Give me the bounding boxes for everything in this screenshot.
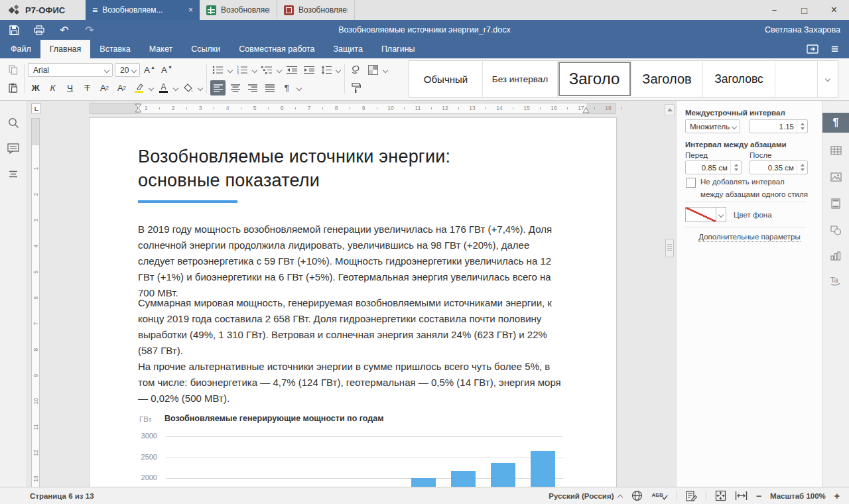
document-language-icon[interactable] bbox=[631, 490, 643, 501]
tab-references[interactable]: Ссылки bbox=[182, 40, 229, 58]
strikeout-button[interactable]: Ŧ bbox=[80, 80, 95, 95]
close-button[interactable]: × bbox=[819, 0, 849, 20]
chevron-down-icon[interactable] bbox=[296, 86, 302, 91]
increase-font-button[interactable]: A▲ bbox=[142, 62, 157, 78]
bold-button[interactable]: Ж bbox=[28, 80, 43, 95]
align-center-button[interactable] bbox=[228, 80, 243, 95]
tab-file[interactable]: Файл bbox=[1, 40, 40, 58]
hamburger-menu-icon[interactable]: ≡ bbox=[831, 42, 838, 56]
zoom-out-button[interactable]: − bbox=[756, 491, 761, 501]
user-name[interactable]: Светлана Захарова bbox=[765, 20, 840, 40]
background-color-dropdown[interactable] bbox=[716, 207, 726, 222]
chevron-down-icon[interactable] bbox=[277, 68, 282, 73]
maximize-button[interactable]: □ bbox=[789, 0, 819, 20]
spacing-before-spinner[interactable]: 0.85 см bbox=[685, 160, 742, 174]
fit-width-icon[interactable] bbox=[735, 491, 748, 500]
document-page[interactable]: Возобновляемые источники энергии: основн… bbox=[90, 118, 616, 487]
spacing-after-spinner[interactable]: 0.35 см bbox=[750, 160, 808, 174]
font-name-select[interactable]: Arial bbox=[28, 63, 113, 77]
tab-collaboration[interactable]: Совместная работа bbox=[229, 40, 324, 58]
increase-indent-button[interactable] bbox=[301, 62, 316, 78]
comments-icon[interactable] bbox=[7, 142, 20, 155]
paragraph-settings-icon[interactable]: ¶ bbox=[822, 113, 849, 133]
chevron-down-icon[interactable] bbox=[336, 68, 341, 73]
horizontal-ruler[interactable]: 123456789101112131415161718 bbox=[27, 103, 677, 114]
font-color-button[interactable]: А bbox=[156, 80, 171, 95]
style-heading3[interactable]: Заголовс bbox=[703, 61, 775, 97]
paste-button[interactable] bbox=[5, 80, 21, 95]
copy-button[interactable] bbox=[5, 62, 21, 78]
background-color-swatch[interactable] bbox=[685, 207, 716, 222]
spellcheck-icon[interactable]: АБВ bbox=[651, 492, 667, 500]
print-button[interactable] bbox=[33, 24, 45, 36]
vertical-ruler[interactable]: 12345678910111213 bbox=[31, 118, 40, 487]
tab-protection[interactable]: Защита bbox=[324, 40, 372, 58]
redo-button[interactable]: ↷ bbox=[84, 24, 96, 36]
italic-button[interactable]: К bbox=[45, 80, 60, 95]
style-gallery-expand-button[interactable] bbox=[817, 61, 838, 97]
chevron-down-icon[interactable] bbox=[173, 86, 178, 91]
highlight-color-button[interactable] bbox=[131, 80, 147, 95]
line-spacing-type-select[interactable]: Множитель bbox=[685, 119, 740, 133]
no-spacing-between-same-style-checkbox[interactable] bbox=[686, 178, 696, 188]
decrease-indent-button[interactable] bbox=[284, 62, 299, 78]
font-size-select[interactable]: 20 bbox=[115, 63, 140, 77]
text-art-settings-icon[interactable]: Ta bbox=[822, 271, 849, 290]
align-right-button[interactable] bbox=[245, 80, 260, 95]
vertical-scrollbar-thumb[interactable] bbox=[665, 239, 674, 257]
tab-layout[interactable]: Макет bbox=[140, 40, 182, 58]
underline-button[interactable]: Ч bbox=[62, 80, 78, 95]
tab-plugins[interactable]: Плагины bbox=[372, 40, 424, 58]
copy-style-button[interactable] bbox=[348, 80, 363, 95]
minimize-button[interactable]: − bbox=[759, 0, 789, 20]
zoom-in-button[interactable]: + bbox=[834, 491, 840, 501]
line-spacing-button[interactable] bbox=[318, 62, 334, 78]
language-selector[interactable]: Русский (Россия) bbox=[549, 492, 623, 500]
nonprinting-chars-button[interactable]: ¶ bbox=[279, 80, 294, 95]
tab-insert[interactable]: Вставка bbox=[90, 40, 139, 58]
doc-tab-spreadsheet[interactable]: Возобновляем... bbox=[200, 0, 277, 20]
subscript-button[interactable]: A2 bbox=[114, 80, 129, 95]
header-footer-settings-icon[interactable] bbox=[822, 194, 849, 214]
superscript-button[interactable]: A2 bbox=[97, 80, 112, 95]
align-left-button[interactable] bbox=[210, 80, 226, 95]
chevron-down-icon[interactable] bbox=[228, 68, 233, 73]
tab-close-icon[interactable]: × bbox=[188, 5, 193, 15]
doc-tab-text[interactable]: ≡ Возобновляем... × bbox=[86, 0, 200, 20]
zoom-level-label[interactable]: Масштаб 100% bbox=[770, 492, 826, 500]
page-indicator[interactable]: Страница 6 из 13 bbox=[0, 492, 94, 500]
decrease-font-button[interactable]: A▼ bbox=[159, 62, 174, 78]
clear-style-button[interactable] bbox=[348, 62, 363, 78]
right-indent-marker[interactable] bbox=[582, 107, 590, 113]
chevron-down-icon[interactable] bbox=[252, 68, 257, 73]
numbered-list-button[interactable]: 123 bbox=[235, 62, 250, 78]
multilevel-list-button[interactable] bbox=[259, 62, 275, 78]
spinner-arrows-icon[interactable] bbox=[797, 161, 807, 174]
track-changes-icon[interactable] bbox=[686, 491, 697, 501]
open-file-location-icon[interactable] bbox=[806, 43, 819, 55]
shape-settings-icon[interactable] bbox=[822, 220, 849, 240]
style-heading1[interactable]: Заголо bbox=[558, 61, 631, 97]
indent-marker[interactable] bbox=[135, 103, 142, 113]
fit-page-icon[interactable] bbox=[715, 490, 726, 501]
search-icon[interactable] bbox=[7, 116, 20, 129]
chevron-down-icon[interactable] bbox=[383, 68, 388, 73]
image-settings-icon[interactable] bbox=[822, 167, 849, 187]
doc-tab-presentation[interactable]: Возобновляем... bbox=[277, 0, 355, 20]
table-settings-icon[interactable] bbox=[822, 141, 849, 160]
style-heading2[interactable]: Заголов bbox=[631, 61, 703, 97]
style-no-spacing[interactable]: Без интервал bbox=[483, 61, 558, 97]
chevron-down-icon[interactable] bbox=[149, 86, 154, 91]
style-normal[interactable]: Обычный bbox=[409, 61, 483, 97]
navigation-headings-icon[interactable] bbox=[7, 167, 20, 180]
tab-home[interactable]: Главная bbox=[40, 40, 91, 58]
scroll-up-button[interactable] bbox=[665, 104, 675, 115]
spinner-arrows-icon[interactable] bbox=[730, 161, 741, 174]
save-button[interactable] bbox=[8, 24, 20, 36]
shading-scheme-button[interactable] bbox=[365, 62, 381, 78]
shading-fill-button[interactable] bbox=[180, 80, 196, 95]
capacity-chart[interactable]: ГВт Возобновляемые генерирующие мощности… bbox=[90, 410, 616, 487]
advanced-settings-link[interactable]: Дополнительные параметры bbox=[677, 233, 822, 241]
undo-button[interactable]: ↶ bbox=[58, 24, 70, 36]
line-spacing-value-spinner[interactable]: 1.15 bbox=[750, 119, 808, 133]
